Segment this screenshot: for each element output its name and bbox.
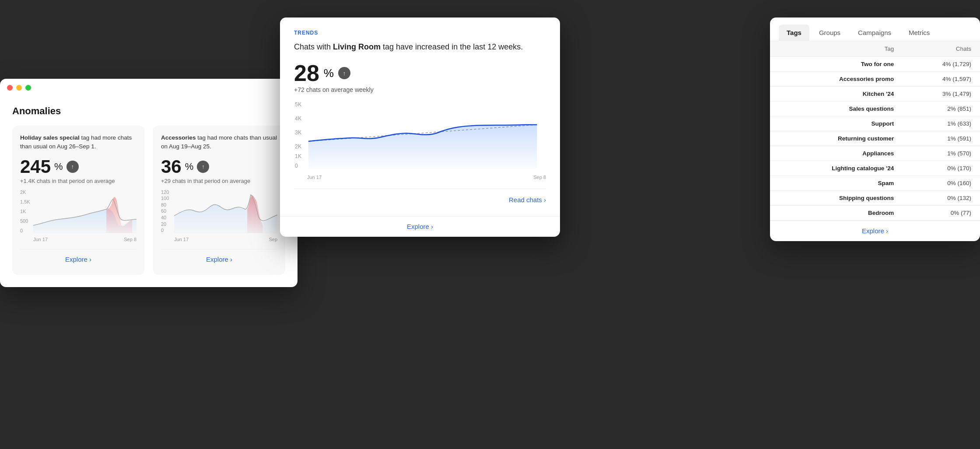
trends-stat-number: 28 [294,62,319,84]
tabs-header: Tags Groups Campaigns Metrics [770,18,980,41]
minimize-button[interactable] [16,85,22,91]
svg-text:1K: 1K [295,153,301,159]
chart-1-y-2k: 2K [20,189,30,195]
tab-metrics[interactable]: Metrics [901,25,938,41]
trends-percent-sign: % [324,67,334,80]
trends-footer: Read chats › [294,189,546,204]
anomaly-card-2-sub: +29 chats in that period on average [161,178,277,184]
tag-chats-cell-8: 0% (160) [903,176,980,191]
tag-name-cell-2: Kitchen '24 [770,87,903,102]
anomalies-window: Anomalies Holiday sales special tag had … [0,79,298,287]
chart-1-y-1-5k: 1.5K [20,199,30,204]
tag-chats-cell-3: 2% (851) [903,102,980,116]
tag-name-cell-7: Lighting catalogue '24 [770,161,903,176]
tags-table-row: Kitchen '24 3% (1,479) [770,87,980,102]
tags-table: Tag Chats Two for one 4% (1,729) Accesso… [770,41,980,221]
trends-chart: 5K 4K 3K 2K 1K 0 [294,101,546,171]
tag-chats-cell-6: 1% (570) [903,146,980,161]
tags-table-row: Support 1% (633) [770,116,980,131]
trends-desc-prefix: Chats with [294,42,333,51]
tag-name-cell-1: Accessories promo [770,72,903,87]
col-chats-header: Chats [903,41,980,57]
tab-groups[interactable]: Groups [811,25,848,41]
chart-2-y-20: 20 [161,221,169,227]
read-chats-link[interactable]: Read chats › [509,196,546,203]
tag-chats-cell-9: 0% (132) [903,191,980,206]
anomalies-title: Anomalies [12,105,285,117]
chart-2-y-60: 60 [161,208,169,214]
chart-2-y-100: 100 [161,196,169,201]
chart-2-date-start: Jun 17 [174,237,189,242]
trends-window: TRENDS Chats with Living Room tag have i… [280,18,560,237]
anomaly-card-2-up-arrow: ↑ [197,161,209,173]
tag-name-cell-4: Support [770,116,903,131]
tab-campaigns[interactable]: Campaigns [850,25,899,41]
tags-explore-link[interactable]: Explore › [862,227,888,235]
chart-2-dates: Jun 17 Sep [174,237,277,242]
chart-1-date-start: Jun 17 [33,237,48,242]
anomaly-card-1-percent-sign: % [54,161,63,172]
tag-name-cell-8: Spam [770,176,903,191]
tag-chats-cell-1: 4% (1,597) [903,72,980,87]
trends-desc-bold: Living Room [333,42,381,51]
anomaly-card-1-stat-row: 245 % ↑ [20,158,136,176]
anomaly-card-2: Accessories tag had more chats than usua… [153,126,285,275]
anomaly-cards: Holiday sales special tag had more chats… [12,126,285,275]
svg-text:0: 0 [295,163,298,169]
anomaly-card-1-stat: 245 [20,158,51,176]
anomaly-card-2-tag: Accessories [161,134,196,141]
anomaly-card-1-desc: Holiday sales special tag had more chats… [20,133,136,151]
anomaly-card-2-stat: 36 [161,158,182,176]
tag-chats-cell-2: 3% (1,479) [903,87,980,102]
chart-2-y-0: 0 [161,228,169,233]
trends-up-arrow: ↑ [338,67,350,79]
tags-table-row: Lighting catalogue '24 0% (170) [770,161,980,176]
chart-2-date-end: Sep [269,237,277,242]
trends-date-start: Jun 17 [307,175,322,180]
tag-name-cell-5: Returning customer [770,131,903,146]
chart-2-y-80: 80 [161,202,169,207]
trends-desc-suffix: tag have increased in the last 12 weeks. [381,42,523,51]
tags-table-row: Two for one 4% (1,729) [770,57,980,72]
chart-2-y-40: 40 [161,215,169,220]
anomaly-card-2-explore[interactable]: Explore › [206,256,232,263]
tag-name-cell-0: Two for one [770,57,903,72]
maximize-button[interactable] [25,85,31,91]
tag-name-cell-9: Shipping questions [770,191,903,206]
tag-chats-cell-5: 1% (591) [903,131,980,146]
trends-label: TRENDS [294,30,546,36]
trends-explore-footer: Explore › [280,216,560,237]
chart-1-y-500: 500 [20,218,30,224]
chart-2-y-labels: 120 100 80 60 40 20 0 [161,189,169,233]
tags-table-row: Shipping questions 0% (132) [770,191,980,206]
trends-sub: +72 chats on average weekly [294,86,546,93]
tags-table-row: Bedroom 0% (77) [770,206,980,221]
tab-tags[interactable]: Tags [779,25,809,41]
anomaly-card-2-percent-sign: % [185,161,194,172]
tags-table-row: Accessories promo 4% (1,597) [770,72,980,87]
anomaly-card-2-stat-row: 36 % ↑ [161,158,277,176]
anomaly-card-1-explore[interactable]: Explore › [65,256,91,263]
chart-1-y-0: 0 [20,228,30,233]
close-button[interactable] [7,85,13,91]
tags-window: Tags Groups Campaigns Metrics Tag Chats … [770,18,980,241]
anomaly-card-2-chart: 120 100 80 60 40 20 0 [161,189,277,242]
chart-1-svg-area [33,189,136,233]
tag-chats-cell-7: 0% (170) [903,161,980,176]
tag-chats-cell-4: 1% (633) [903,116,980,131]
anomaly-card-1-up-arrow: ↑ [66,161,79,173]
anomaly-card-1-sub: +1.4K chats in that period on average [20,178,136,184]
tags-table-row: Spam 0% (160) [770,176,980,191]
anomaly-card-1-chart: 2K 1.5K 1K 500 0 [20,189,136,242]
anomaly-card-2-desc: Accessories tag had more chats than usua… [161,133,277,151]
svg-text:5K: 5K [295,102,301,108]
trends-explore-link[interactable]: Explore › [407,223,433,230]
chart-2-svg-area [174,189,277,233]
svg-text:3K: 3K [295,130,301,136]
chart-2-y-120: 120 [161,189,169,195]
tag-name-cell-3: Sales questions [770,102,903,116]
anomaly-card-1-footer: Explore › [20,249,136,267]
desktop: Anomalies Holiday sales special tag had … [0,0,980,449]
trends-date-end: Sep 8 [533,175,546,180]
trends-stat-row: 28 % ↑ [294,62,546,84]
